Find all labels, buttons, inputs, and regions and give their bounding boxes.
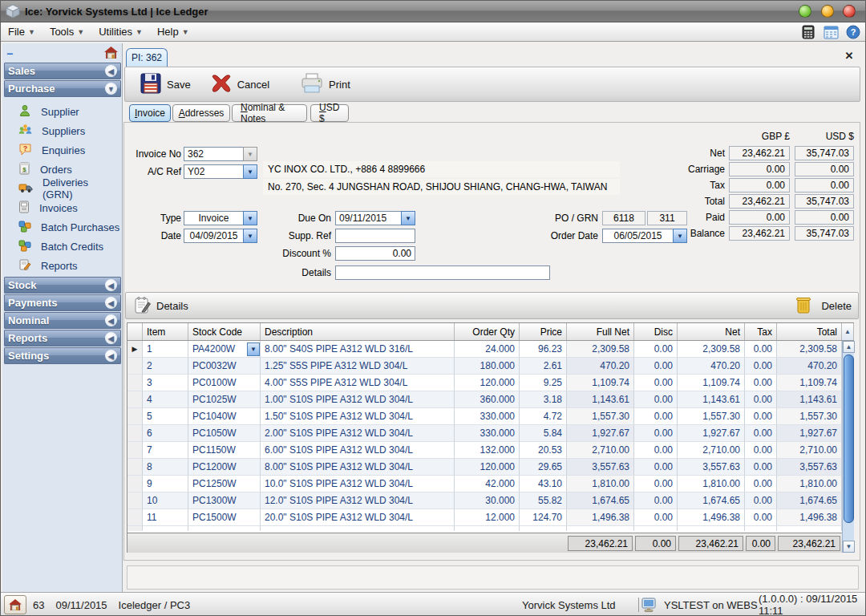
cell[interactable]: 0.00 [745,391,777,408]
cell[interactable]: PC1200W [188,459,261,476]
cell[interactable]: 0.00 [634,358,678,375]
order-date-combo[interactable]: 06/05/2015 ▼ [602,229,687,243]
cell[interactable]: 470.20 [567,358,634,375]
scroll-down-icon[interactable]: ▼ [843,541,855,553]
cell[interactable]: 4.72 [520,408,567,425]
cell[interactable]: 3,557.63 [777,459,842,476]
table-row[interactable]: 7PC1150W6.00" S10S PIPE A312 WLD 304/L13… [127,442,842,459]
calculator-button[interactable] [799,24,817,40]
grid-header-stock-code[interactable]: Stock Code [188,323,261,340]
table-row[interactable]: ▶1PA4200W▼8.00" S40S PIPE A312 WLD 316/L… [127,341,842,358]
cell[interactable]: 1,109.74 [678,375,745,391]
cell[interactable]: 0.00 [745,358,777,375]
cell[interactable]: 1,810.00 [567,476,634,492]
cell[interactable]: 0.00 [745,492,777,509]
cell[interactable]: 1,927.67 [567,425,634,442]
cell[interactable]: 0.00 [634,391,678,408]
table-row-partial[interactable] [127,526,842,531]
row-selector[interactable] [127,375,143,391]
cell[interactable]: 2 [143,358,188,375]
print-button[interactable]: Print [293,70,357,99]
vertical-scrollbar[interactable]: ▲ ▼ [842,341,854,553]
dropdown-arrow-icon[interactable]: ▼ [247,342,260,356]
cell[interactable]: 120.000 [455,459,520,476]
cell[interactable]: 2,710.00 [777,442,842,459]
cell[interactable]: 0.00 [745,408,777,425]
cell[interactable]: 5.84 [520,425,567,442]
table-row[interactable]: 10PC1300W12.0" S10S PIPE A312 WLD 304/L3… [127,492,842,509]
cell[interactable]: 1,927.67 [678,425,745,442]
cell[interactable]: 1,810.00 [678,476,745,492]
row-selector[interactable] [127,476,143,492]
cell[interactable]: 6 [143,425,188,442]
window-maximize-button[interactable] [821,5,834,18]
cell[interactable]: 3.18 [520,391,567,408]
cell-stock-code[interactable]: PA4200W▼ [188,341,261,358]
cell[interactable]: 360.000 [455,391,520,408]
cell[interactable]: 8 [143,459,188,476]
cell[interactable]: 6.00" S10S PIPE A312 WLD 304/L [261,442,455,459]
cell[interactable]: PC1150W [188,442,261,459]
cell[interactable]: PC0032W [188,358,261,375]
cell[interactable]: 2,710.00 [678,442,745,459]
cell[interactable]: 0.00 [634,476,678,492]
table-row[interactable]: 3PC0100W4.00" S5S PIPE A312 WLD 304/L120… [127,375,842,391]
cell[interactable]: 0.00 [634,442,678,459]
invoice-no-combo[interactable]: 362 ▼ [184,147,257,161]
sidebar-item-reports[interactable]: Reports [4,256,121,275]
cell[interactable]: 0.00 [745,509,777,526]
grid-header-full-net[interactable]: Full Net [567,323,634,340]
menu-utilities[interactable]: Utilities▼ [91,22,150,41]
sidebar-item-suppliers[interactable]: Suppliers [4,121,121,140]
cell[interactable]: 8.00" S10S PIPE A312 WLD 304/L [261,459,455,476]
cell[interactable]: 4 [143,391,188,408]
cell[interactable]: 0.00 [745,341,777,358]
row-selector[interactable] [127,408,143,425]
cell[interactable]: 10.0" S10S PIPE A312 WLD 304/L [261,476,455,492]
sidebar-item-batch-purchases[interactable]: Batch Purchases [4,217,121,237]
cell[interactable]: 20.0" S10S PIPE A312 WLD 304/L [261,509,455,526]
cell[interactable]: 1,674.65 [678,492,745,509]
scroll-up-icon[interactable]: ▲ [843,341,855,353]
menu-help[interactable]: Help▼ [150,22,196,41]
cell[interactable]: 5 [143,408,188,425]
cell[interactable]: 9.25 [520,375,567,391]
cell[interactable]: 7 [143,442,188,459]
cell[interactable]: 1,927.67 [777,425,842,442]
cell[interactable]: 43.10 [520,476,567,492]
cell[interactable]: 2.61 [520,358,567,375]
cell[interactable]: 0.00 [634,408,678,425]
cell[interactable]: 120.000 [455,375,520,391]
menu-file[interactable]: File▼ [1,22,42,41]
date-combo[interactable]: 04/09/2015 ▼ [184,229,257,243]
row-selector[interactable] [127,492,143,509]
sidebar-section-stock[interactable]: Stock ◀ [4,277,121,294]
row-selector[interactable] [127,391,143,408]
row-selector[interactable] [127,442,143,459]
cell[interactable]: 0.00 [634,341,678,358]
cell[interactable]: PC1040W [188,408,261,425]
cell[interactable]: PC0100W [188,375,261,391]
close-icon[interactable]: ✕ [843,49,856,62]
cell[interactable]: 1,109.74 [567,375,634,391]
cell[interactable]: 470.20 [777,358,842,375]
cell[interactable]: 55.82 [520,492,567,509]
cell[interactable]: 0.00 [745,476,777,492]
cell[interactable]: 470.20 [678,358,745,375]
table-row[interactable]: 4PC1025W1.00" S10S PIPE A312 WLD 304/L36… [127,391,842,408]
cell[interactable]: 24.000 [455,341,520,358]
cell[interactable]: 330.000 [455,408,520,425]
table-row[interactable]: 8PC1200W8.00" S10S PIPE A312 WLD 304/L12… [127,459,842,476]
cell[interactable]: PC1025W [188,391,261,408]
cell[interactable]: 1,674.65 [567,492,634,509]
cell[interactable]: PC1300W [188,492,261,509]
cell[interactable]: 10 [143,492,188,509]
cell[interactable]: 2,309.58 [567,341,634,358]
menu-tools[interactable]: Tools▼ [42,22,91,41]
cell[interactable]: 0.00 [745,375,777,391]
cell[interactable]: 330.000 [455,425,520,442]
cell[interactable]: 1.00" S10S PIPE A312 WLD 304/L [261,391,455,408]
table-row[interactable]: 11PC1500W20.0" S10S PIPE A312 WLD 304/L1… [127,509,842,526]
sidebar-item-deliveries-grn[interactable]: Deliveries (GRN) [4,179,121,198]
cell[interactable]: 0.00 [634,509,678,526]
